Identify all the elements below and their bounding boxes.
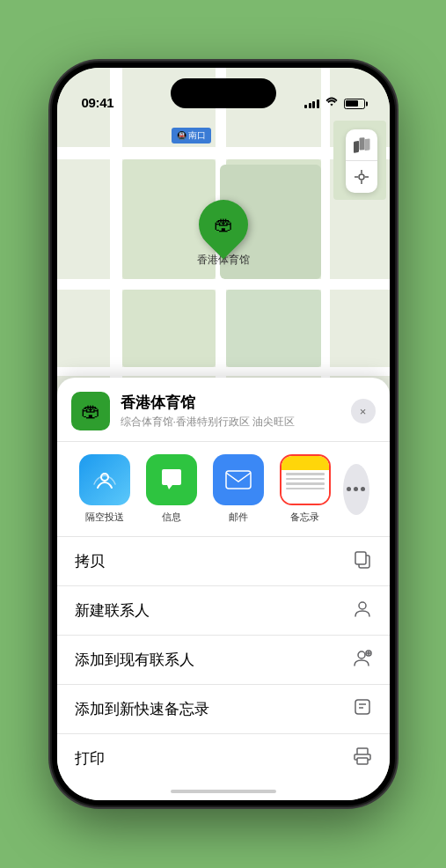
bottom-sheet: 🏟 香港体育馆 综合体育馆·香港特别行政区 油尖旺区 ×: [57, 378, 390, 800]
action-add-existing[interactable]: 添加到现有联系人: [57, 636, 390, 685]
mail-label: 邮件: [229, 511, 248, 524]
action-list: 拷贝 新建联系人: [57, 537, 390, 783]
status-time: 09:41: [82, 95, 114, 110]
location-pin: 🏟 香港体育馆: [197, 200, 250, 268]
status-icons: [304, 97, 365, 110]
venue-name: 香港体育馆: [121, 393, 351, 413]
venue-icon: 🏟: [71, 392, 110, 430]
svg-rect-21: [357, 758, 368, 764]
map-type-button[interactable]: [346, 129, 377, 161]
svg-point-8: [101, 474, 108, 481]
more-icon[interactable]: [343, 464, 369, 515]
map-label: 🚇 南口: [172, 128, 212, 143]
share-actions-row: 隔空投送 信息: [57, 442, 390, 537]
print-icon: [353, 747, 372, 770]
map-label-prefix: 🚇: [177, 131, 186, 140]
close-button[interactable]: ×: [351, 399, 376, 423]
print-label: 打印: [75, 748, 105, 769]
copy-label: 拷贝: [75, 551, 105, 571]
airdrop-label: 隔空投送: [85, 511, 124, 524]
location-button[interactable]: [346, 161, 377, 193]
new-contact-icon: [353, 599, 372, 622]
svg-rect-0: [354, 140, 359, 152]
quick-note-label: 添加到新快速备忘录: [75, 699, 209, 719]
svg-rect-17: [355, 700, 369, 714]
share-item-airdrop[interactable]: 隔空投送: [71, 454, 138, 524]
venue-info: 香港体育馆 综合体育馆·香港特别行政区 油尖旺区: [121, 393, 351, 430]
map-label-text: 南口: [188, 130, 206, 140]
action-copy[interactable]: 拷贝: [57, 537, 390, 586]
notes-icon[interactable]: [280, 454, 331, 505]
svg-rect-11: [355, 552, 366, 564]
wifi-icon: [325, 97, 339, 110]
dynamic-island: [171, 78, 276, 108]
home-indicator: [171, 790, 276, 793]
svg-point-12: [359, 602, 366, 609]
mail-icon[interactable]: [213, 454, 264, 505]
svg-rect-1: [359, 137, 364, 150]
phone-screen: 09:41: [57, 68, 390, 800]
svg-point-13: [358, 651, 365, 658]
pin-icon: 🏟: [188, 189, 258, 259]
action-quick-note[interactable]: 添加到新快速备忘录: [57, 685, 390, 734]
share-item-messages[interactable]: 信息: [138, 454, 205, 524]
airdrop-icon[interactable]: [79, 454, 130, 505]
share-item-more[interactable]: [339, 464, 374, 515]
copy-icon: [353, 549, 372, 573]
svg-rect-20: [357, 748, 368, 754]
add-existing-label: 添加到现有联系人: [75, 650, 194, 670]
share-item-mail[interactable]: 邮件: [205, 454, 272, 524]
new-contact-label: 新建联系人: [75, 600, 150, 621]
svg-rect-9: [226, 471, 251, 489]
action-new-contact[interactable]: 新建联系人: [57, 586, 390, 636]
venue-subtitle: 综合体育馆·香港特别行政区 油尖旺区: [121, 415, 351, 430]
action-print[interactable]: 打印: [57, 734, 390, 783]
signal-icon: [304, 99, 319, 108]
add-existing-icon: [353, 648, 372, 672]
svg-point-3: [359, 174, 364, 180]
messages-label: 信息: [162, 511, 181, 524]
map-controls: [346, 129, 377, 193]
svg-rect-2: [364, 138, 369, 151]
messages-icon[interactable]: [146, 454, 197, 505]
phone-frame: 09:41: [52, 63, 395, 805]
battery-icon: [344, 99, 365, 109]
quick-note-icon: [353, 697, 372, 721]
sheet-header: 🏟 香港体育馆 综合体育馆·香港特别行政区 油尖旺区 ×: [57, 378, 390, 442]
share-item-notes[interactable]: 备忘录: [272, 454, 339, 524]
notes-label: 备忘录: [290, 511, 319, 524]
